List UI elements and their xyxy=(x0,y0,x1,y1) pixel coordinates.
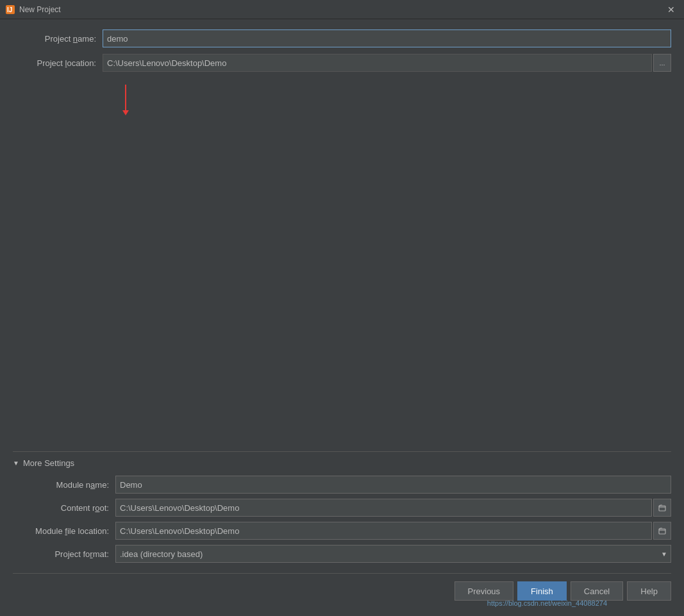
more-settings-title: More Settings xyxy=(23,458,74,468)
more-settings-section: ▼ More Settings Module name: Content roo… xyxy=(13,451,671,568)
module-name-label: Module name: xyxy=(13,480,115,490)
project-location-input[interactable] xyxy=(103,54,652,72)
content-root-browse-button[interactable] xyxy=(653,499,671,517)
module-file-location-input-wrapper xyxy=(115,522,671,540)
project-name-input-wrapper xyxy=(103,29,671,47)
project-name-row: Project name: xyxy=(13,29,671,47)
project-name-label: Project name: xyxy=(13,34,103,44)
url-tooltip: https://blog.csdn.net/weixin_44088274 xyxy=(487,599,607,607)
title-bar: IJ New Project ✕ xyxy=(0,0,684,19)
module-file-location-input[interactable] xyxy=(115,522,652,540)
more-settings-header[interactable]: ▼ More Settings xyxy=(13,458,671,468)
app-icon: IJ xyxy=(5,4,15,15)
content-root-row: Content root: xyxy=(13,499,671,517)
project-location-browse-button[interactable]: ... xyxy=(653,54,671,72)
project-location-label: Project location: xyxy=(13,58,103,68)
project-format-label: Project format: xyxy=(13,549,115,559)
project-name-input[interactable] xyxy=(103,29,671,47)
content-root-input-wrapper xyxy=(115,499,671,517)
title-bar-left: IJ New Project xyxy=(5,4,61,15)
project-format-select[interactable]: .idea (directory based) .ipr (file based… xyxy=(115,545,671,563)
svg-rect-3 xyxy=(659,529,665,534)
svg-text:IJ: IJ xyxy=(7,6,12,13)
content-root-label: Content root: xyxy=(13,503,115,513)
button-bar: Previous Finish Cancel Help https://blog… xyxy=(13,573,671,606)
project-format-input-wrapper: .idea (directory based) .ipr (file based… xyxy=(115,545,671,563)
finish-button[interactable]: Finish xyxy=(517,581,567,601)
collapse-arrow-icon: ▼ xyxy=(13,460,19,467)
red-arrow-annotation xyxy=(125,85,126,117)
help-button[interactable]: Help xyxy=(627,581,671,601)
module-file-location-browse-button[interactable] xyxy=(653,522,671,540)
svg-rect-2 xyxy=(659,506,665,511)
red-arrow-line xyxy=(125,85,126,110)
previous-button[interactable]: Previous xyxy=(455,581,514,601)
module-file-location-label: Module file location: xyxy=(13,526,115,536)
project-format-select-wrapper: .idea (directory based) .ipr (file based… xyxy=(115,545,671,563)
dialog-content: Project name: Project location: ... ▼ Mo… xyxy=(0,19,684,616)
window-title: New Project xyxy=(19,5,61,14)
module-name-input[interactable] xyxy=(115,476,671,494)
cancel-button[interactable]: Cancel xyxy=(571,581,623,601)
red-arrow-head xyxy=(122,110,129,115)
close-button[interactable]: ✕ xyxy=(663,2,679,17)
module-name-row: Module name: xyxy=(13,476,671,494)
project-location-row: Project location: ... xyxy=(13,54,671,72)
spacer-area xyxy=(13,78,671,449)
module-name-input-wrapper xyxy=(115,476,671,494)
module-file-location-row: Module file location: xyxy=(13,522,671,540)
project-location-input-wrapper: ... xyxy=(103,54,671,72)
content-root-input[interactable] xyxy=(115,499,652,517)
project-format-row: Project format: .idea (directory based) … xyxy=(13,545,671,563)
